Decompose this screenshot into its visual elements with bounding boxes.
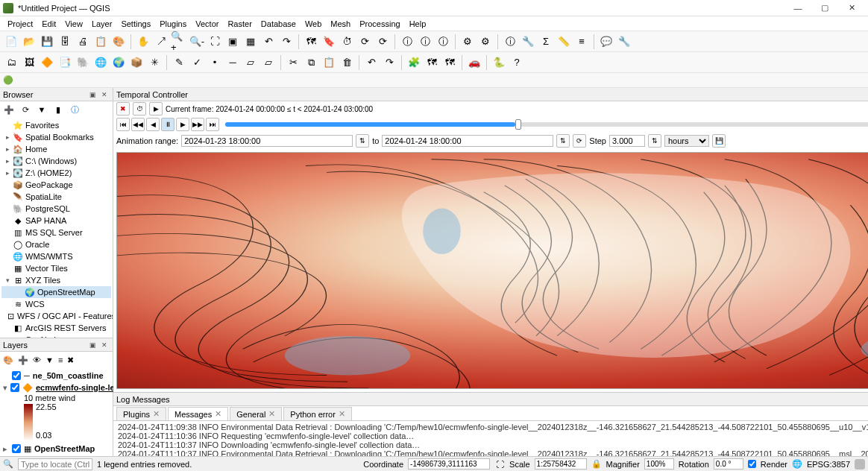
newshp-icon[interactable]: ✳ (146, 54, 163, 71)
browser-item-wms-wmts[interactable]: 🌐WMS/WMTS (1, 250, 111, 262)
close-button[interactable]: ✕ (838, 1, 865, 16)
sum-icon[interactable]: Σ (538, 34, 554, 50)
newgpkg-icon[interactable]: 📦 (128, 54, 145, 71)
refresh-icon[interactable]: ⟳ (19, 104, 31, 116)
style-icon[interactable]: 🎨 (110, 34, 127, 50)
layer-visibility-icon[interactable]: 👁 (33, 355, 41, 364)
collapse-icon[interactable]: ▮ (52, 104, 64, 116)
zoomsel-icon[interactable]: ▣ (224, 34, 241, 50)
pan-icon[interactable]: ✋ (135, 34, 151, 50)
osm-icon[interactable]: 🗺 (441, 54, 458, 71)
temporal-slider[interactable] (225, 122, 868, 127)
measure-icon[interactable]: 📏 (556, 34, 572, 50)
step-value-input[interactable] (609, 135, 645, 147)
browser-float-button[interactable]: ▣ (87, 89, 98, 100)
browser-item-wcs[interactable]: ≋WCS (1, 298, 111, 310)
log-tab-python-error[interactable]: Python error✕ (283, 407, 352, 420)
rotation-input[interactable] (714, 458, 743, 470)
poly-icon[interactable]: ▱ (242, 54, 259, 71)
properties-icon[interactable]: ⓘ (69, 104, 81, 116)
play-button[interactable]: ▶ (176, 118, 189, 131)
layer-visibility-checkbox[interactable] (12, 371, 21, 380)
zoomlast-icon[interactable]: ↶ (260, 34, 277, 50)
menu-processing[interactable]: Processing (355, 18, 404, 30)
zoomnext-icon[interactable]: ↷ (278, 34, 295, 50)
menu-view[interactable]: View (60, 18, 87, 30)
action-icon[interactable]: ⚙ (459, 34, 476, 50)
range-from-stepper[interactable]: ⇅ (356, 134, 369, 148)
menu-raster[interactable]: Raster (223, 18, 256, 30)
zoomfull-icon[interactable]: ⛶ (207, 34, 223, 50)
temporal-icon[interactable]: ⏱ (339, 34, 355, 50)
browser-item-favorites[interactable]: ⭐Favorites (1, 119, 111, 131)
editsave-icon[interactable]: ✓ (189, 54, 205, 71)
crs-text[interactable]: EPSG:3857 (807, 460, 850, 469)
refresh-icon[interactable]: ⟳ (356, 34, 373, 50)
addxyz-icon[interactable]: 🌍 (110, 54, 127, 71)
menu-vector[interactable]: Vector (191, 18, 223, 30)
save-icon[interactable]: 💾 (39, 34, 55, 50)
layer-row[interactable]: ─ne_50m_coastline (3, 370, 110, 382)
refresh-icon[interactable]: ⟳ (374, 34, 391, 50)
render-checkbox[interactable] (748, 460, 756, 468)
layer-visibility-checkbox[interactable] (12, 444, 21, 453)
identify-icon[interactable]: ⓘ (417, 34, 433, 50)
locator-input[interactable] (18, 458, 92, 470)
zoomin-icon[interactable]: 🔍+ (171, 34, 187, 50)
step-forward-button[interactable]: ▶▶ (191, 118, 204, 131)
menu-mesh[interactable]: Mesh (326, 18, 355, 30)
layer-visibility-checkbox[interactable] (10, 383, 19, 392)
panto-icon[interactable]: 🡕 (153, 34, 169, 50)
browser-item-openstreetmap[interactable]: 🌍OpenStreetMap (1, 286, 111, 298)
layers-float-button[interactable]: ▣ (87, 340, 98, 350)
poly-icon[interactable]: ▱ (260, 54, 277, 71)
osm-icon[interactable]: 🗺 (424, 54, 440, 71)
layer-expand-icon[interactable]: ≡ (58, 355, 63, 364)
layer-row[interactable]: ▸▦OpenStreetMap (3, 443, 110, 455)
browser-item-spatial-bookmarks[interactable]: ▸🔖Spatial Bookmarks (1, 131, 111, 143)
forward-end-button[interactable]: ⏭ (206, 118, 219, 131)
pt-icon[interactable]: • (207, 54, 223, 71)
range-refresh-button[interactable]: ⟳ (573, 134, 586, 148)
scale-input[interactable] (535, 458, 587, 470)
menu-edit[interactable]: Edit (37, 18, 60, 30)
addvector-icon[interactable]: 🗂 (3, 54, 19, 71)
paste-icon[interactable]: 📋 (321, 54, 337, 71)
pause-button[interactable]: ⏸ (161, 118, 174, 131)
log-tab-general[interactable]: General✕ (230, 407, 282, 420)
saveas-icon[interactable]: 🗄 (57, 34, 73, 50)
temporal-off-button[interactable]: ✖ (116, 102, 130, 116)
action-icon[interactable]: ⚙ (477, 34, 494, 50)
browser-item-wfs-ogc-api-features[interactable]: ⊡WFS / OGC API - Features (1, 310, 111, 322)
layer-filter-icon[interactable]: ▼ (45, 355, 54, 364)
addraster-icon[interactable]: 🖼 (21, 54, 37, 71)
undo-icon[interactable]: ↶ (363, 54, 380, 71)
layer-row[interactable]: ▾🔶ecmwfenfo-single-level_20…⏱ (3, 382, 110, 393)
newmap-icon[interactable]: 🗺 (303, 34, 319, 50)
close-tab-icon[interactable]: ✕ (339, 409, 345, 419)
range-from-input[interactable] (181, 135, 353, 147)
extents-icon[interactable]: ⛶ (494, 459, 505, 470)
layers-close-button[interactable]: ✕ (99, 340, 110, 350)
step-back-button[interactable]: ◀◀ (131, 118, 145, 131)
addwms-icon[interactable]: 🌐 (92, 54, 109, 71)
identify-icon[interactable]: ⓘ (435, 34, 451, 50)
add-layer-icon[interactable]: ➕ (3, 104, 15, 116)
print-icon[interactable]: 🖨 (75, 34, 91, 50)
scale-lock-icon[interactable]: 🔒 (591, 459, 602, 470)
zoomlayer-icon[interactable]: ▦ (242, 34, 259, 50)
close-tab-icon[interactable]: ✕ (268, 409, 275, 419)
cut-icon[interactable]: ✂ (285, 54, 301, 71)
py-icon[interactable]: 🐍 (491, 54, 507, 71)
close-tab-icon[interactable]: ✕ (153, 409, 160, 419)
del-icon[interactable]: 🗑 (339, 54, 355, 71)
log-tab-plugins[interactable]: Plugins✕ (116, 407, 166, 420)
browser-item-z-home2-[interactable]: ▸💽Z:\ (HOME2) (1, 167, 111, 179)
menu-project[interactable]: Project (3, 18, 37, 30)
browser-item-vector-tiles[interactable]: ▦Vector Tiles (1, 262, 111, 274)
tool-icon[interactable]: 🔧 (616, 34, 632, 50)
temporal-fixed-button[interactable]: ⏱ (133, 102, 146, 116)
layer-style-icon[interactable]: 🎨 (3, 355, 13, 365)
messages-icon[interactable] (855, 459, 865, 470)
copy-icon[interactable]: ⧉ (303, 54, 319, 71)
